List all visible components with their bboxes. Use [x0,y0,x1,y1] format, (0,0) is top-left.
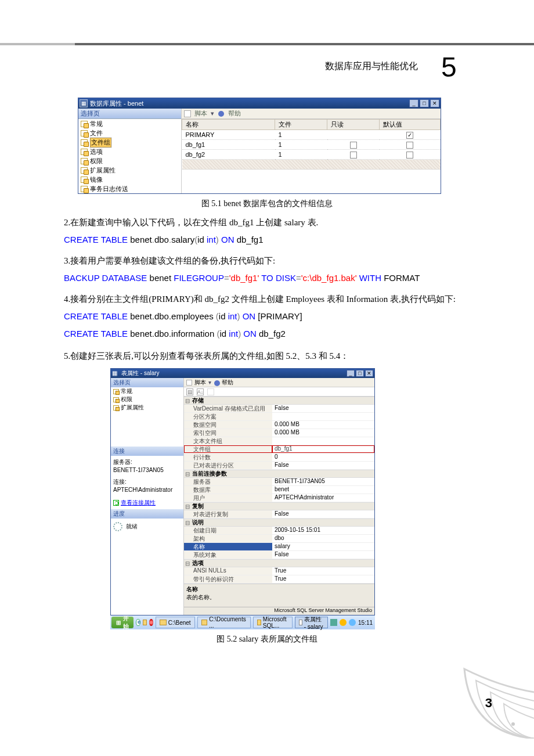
property-value: BENETT-1I73AN05 [272,478,374,485]
cell-default[interactable] [380,130,441,140]
sidebar-item-label: 常规 [90,120,103,128]
checkbox-icon[interactable] [406,142,413,149]
property-row[interactable]: VarDecimal 存储格式已启用False [184,405,374,413]
property-row[interactable]: 索引空间0.000 MB [184,429,374,437]
sidebar-item-permissions[interactable]: 权限 [78,156,181,165]
cell-readonly[interactable] [327,150,380,160]
start-button[interactable]: ⊞开始 [111,617,134,628]
cell-readonly[interactable] [327,140,380,150]
property-key: 系统对象 [184,551,272,559]
explorer-icon[interactable] [143,620,147,625]
sidebar-item-options[interactable]: 选项 [78,147,181,156]
page-icon [81,121,88,127]
close-icon[interactable]: ✕ [365,370,373,377]
table-row[interactable]: db_fg2 1 [182,150,441,160]
property-row[interactable]: 文本文件组 [184,437,374,445]
taskbar-item[interactable]: C:\Documents ... [197,617,251,628]
minimize-icon[interactable]: _ [347,370,355,377]
taskbar-item-active[interactable]: 表属性 - salary [295,617,328,628]
cell-default[interactable] [380,140,441,150]
col-default[interactable]: 默认值 [380,120,441,130]
sidebar-item-mirror[interactable]: 镜像 [78,175,181,184]
sidebar-item-ext-props[interactable]: 扩展属性 [111,404,183,412]
section-rep[interactable]: 复制 [184,502,374,510]
property-key: ANSI NULLs [184,567,272,575]
property-row[interactable]: 数据库benet [184,486,374,494]
property-key: 数据库 [184,486,272,494]
page-icon [113,397,119,402]
section-opt[interactable]: 选项 [184,559,374,567]
empty-row [182,160,441,170]
sidebar-item-ext-props[interactable]: 扩展属性 [78,165,181,175]
property-key: 已对表进行分区 [184,462,272,469]
property-row[interactable]: 已对表进行分区False [184,462,374,470]
window-icon: ▦ [112,370,119,377]
sidebar-item-files[interactable]: 文件 [78,128,181,138]
sidebar-item-log-shipping[interactable]: 事务日志传送 [78,184,181,193]
sidebar-item-permissions[interactable]: 权限 [111,395,183,404]
property-row[interactable]: ANSI NULLsTrue [184,567,374,575]
tray-icon[interactable] [349,619,356,626]
close-icon[interactable]: ✕ [430,99,439,107]
svg-point-0 [511,722,515,726]
cell-files: 1 [275,130,327,140]
section-desc[interactable]: 说明 [184,519,374,527]
property-key: 带引号的标识符 [184,575,272,583]
property-row[interactable]: 文件组db_fg1 [184,445,374,453]
view-conn-link[interactable]: 查看连接属性 [121,499,156,506]
property-row[interactable]: 创建日期2009-10-15 15:01 [184,527,374,535]
checkbox-icon[interactable] [350,142,357,149]
help-button[interactable]: 帮助 [222,379,233,387]
maximize-icon[interactable]: □ [356,370,364,377]
property-value: True [272,575,374,583]
cell-name: db_fg1 [182,140,275,150]
maximize-icon[interactable]: □ [420,99,429,107]
property-row[interactable]: 数据空间0.000 MB [184,421,374,429]
col-name[interactable]: 名称 [182,120,275,130]
tray-icon[interactable] [330,619,337,626]
sidebar-item-label: 文件 [90,129,103,138]
page-icon [81,149,88,155]
sidebar-item-filegroups[interactable]: 文件组 [78,138,181,147]
help-button[interactable]: 帮助 [228,109,241,118]
alphabetical-icon[interactable]: A↓ [197,388,204,395]
taskbar-item[interactable]: C:\Benet [156,617,195,628]
table-row[interactable]: db_fg1 1 [182,140,441,150]
property-row[interactable]: 架构dbo [184,535,374,543]
status-bar: Microsoft SQL Server Management Studio [184,607,374,615]
taskbar[interactable]: ⊞开始 C:\Benet C:\Documents ... Microsoft … [110,615,375,629]
sidebar-item-general[interactable]: 常规 [78,119,181,128]
checkbox-icon[interactable] [406,152,413,159]
col-readonly[interactable]: 只读 [327,120,380,130]
sidebar-item-general[interactable]: 常规 [111,387,183,395]
property-row[interactable]: 名称salary [184,543,374,551]
table-row[interactable]: PRIMARY 1 [182,130,441,140]
section-storage[interactable]: 存储 [184,397,374,405]
sort-bar[interactable]: ▤ A↓ [184,387,374,397]
col-files[interactable]: 文件 [275,120,327,130]
window-titlebar[interactable]: ▦ 数据库属性 - benet _ □ ✕ [78,98,441,109]
checkbox-icon[interactable] [406,132,413,139]
minimize-icon[interactable]: _ [409,99,418,107]
media-icon[interactable] [149,619,153,626]
ie-icon[interactable] [136,619,140,626]
script-button[interactable]: 脚本 [194,379,206,387]
cell-default[interactable] [380,150,441,160]
property-value: 2009-10-15 15:01 [272,527,374,534]
checkbox-icon[interactable] [350,152,357,159]
tray-icon[interactable] [340,619,347,626]
property-row[interactable]: 服务器BENETT-1I73AN05 [184,478,374,486]
property-row[interactable]: 用户APTECH\Administrator [184,494,374,502]
filegroup-table: 名称 文件 只读 默认值 PRIMARY 1 db_fg1 1 [182,119,441,170]
chapter-number: 5 [441,51,457,83]
property-row[interactable]: 行计数0 [184,453,374,462]
property-row[interactable]: 对表进行复制False [184,510,374,519]
taskbar-item[interactable]: Microsoft SQL... [253,617,293,628]
property-row[interactable]: 系统对象False [184,551,374,559]
property-row[interactable]: 带引号的标识符True [184,575,374,584]
section-conn[interactable]: 当前连接参数 [184,470,374,478]
categorized-icon[interactable]: ▤ [186,388,193,395]
script-button[interactable]: 脚本 [194,109,207,118]
property-row[interactable]: 分区方案 [184,413,374,421]
window-titlebar[interactable]: ▦ 表属性 - salary _ □ ✕ [111,369,374,378]
